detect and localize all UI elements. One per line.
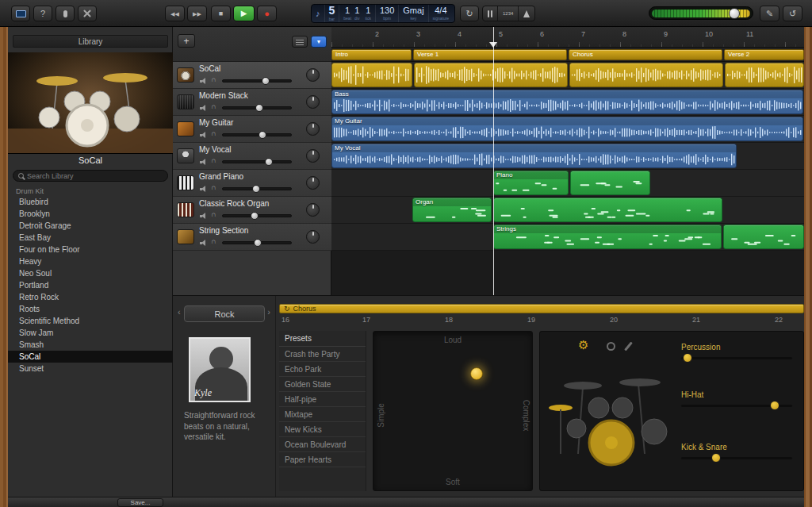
pan-knob[interactable] (306, 203, 320, 217)
region-piano[interactable] (570, 171, 650, 195)
help-button[interactable]: ? (33, 6, 52, 21)
solo-icon[interactable]: ∩ (211, 183, 216, 191)
solo-icon[interactable]: ∩ (211, 75, 216, 83)
shaker-icon[interactable] (624, 342, 633, 351)
volume-knob[interactable] (729, 8, 740, 19)
volume-slider[interactable] (222, 187, 292, 190)
mic-button[interactable] (56, 6, 75, 21)
save-button[interactable]: Save... (117, 498, 163, 507)
track-header-row[interactable]: SoCal ∩ (173, 62, 331, 89)
track-header-row[interactable]: My Guitar ∩ (173, 116, 331, 143)
display-button[interactable] (11, 6, 30, 21)
track-header-row[interactable]: String Section ∩ (173, 224, 331, 251)
library-item[interactable]: Four on the Floor (8, 244, 173, 255)
xy-puck[interactable] (470, 367, 483, 380)
arrangement-track[interactable]: Intro Verse 1 Chorus Verse 2 (331, 48, 804, 62)
preset-item[interactable]: Golden State (279, 377, 366, 392)
library-item[interactable]: East Bay (8, 232, 173, 244)
track-header-row[interactable]: Grand Piano ∩ (173, 170, 331, 197)
arrangement-marker[interactable]: Intro (331, 49, 412, 60)
genre-selector[interactable]: Rock (184, 305, 265, 322)
track-lane[interactable] (331, 62, 804, 89)
arrangement-marker[interactable]: Chorus (569, 49, 722, 60)
mute-icon[interactable] (200, 78, 207, 84)
tools-button[interactable] (78, 6, 97, 21)
region-organ[interactable] (493, 198, 722, 222)
editor-ruler[interactable]: ↻ Chorus 16 17 18 19 20 21 22 (279, 302, 804, 325)
view-toggle-button[interactable] (292, 36, 308, 48)
mute-icon[interactable] (200, 159, 207, 165)
solo-icon[interactable]: ∩ (211, 102, 216, 110)
count-in-button[interactable]: 1234 (498, 6, 519, 21)
pan-knob[interactable] (306, 149, 320, 163)
stop-button[interactable]: ■ (211, 6, 231, 21)
track-header-row[interactable]: Classic Rock Organ ∩ (173, 197, 331, 224)
solo-icon[interactable]: ∩ (211, 129, 216, 137)
tuner-button[interactable] (483, 6, 498, 21)
track-lane[interactable]: My Vocal (331, 143, 804, 170)
timeline-ruler[interactable]: 2 3 4 5 6 7 8 9 10 11 (331, 27, 804, 48)
library-item[interactable]: Slow Jam (8, 327, 173, 339)
volume-slider[interactable] (222, 106, 292, 109)
volume-slider[interactable] (222, 79, 292, 83)
track-header-row[interactable]: Modern Stack ∩ (173, 89, 331, 116)
library-item[interactable]: Retro Rock (8, 291, 173, 303)
hihat-slider[interactable] (681, 405, 792, 407)
record-button[interactable]: ● (257, 6, 277, 21)
play-button[interactable]: ▶ (233, 6, 255, 21)
region-strings[interactable] (723, 225, 804, 249)
library-item-selected[interactable]: SoCal (8, 351, 173, 363)
library-item[interactable]: Brooklyn (8, 208, 173, 220)
region-drums[interactable] (569, 63, 723, 87)
playhead[interactable] (493, 27, 494, 295)
notepad-button[interactable]: ✎ (760, 6, 779, 21)
region-drums[interactable] (331, 63, 412, 87)
preset-item[interactable]: Paper Hearts (279, 452, 366, 467)
region-vocal[interactable]: My Vocal (331, 144, 737, 168)
preset-item[interactable]: Mixtape (279, 407, 366, 422)
region-guitar[interactable]: My Guitar (331, 117, 803, 141)
region-drums[interactable] (414, 63, 568, 87)
lcd-mode-selector[interactable]: ♪ (312, 5, 325, 22)
library-item[interactable]: Sunset (8, 363, 173, 374)
preset-item[interactable]: Echo Park (279, 362, 366, 377)
cycle-button[interactable]: ↻ (460, 6, 479, 21)
solo-icon[interactable]: ∩ (211, 156, 216, 164)
track-lane[interactable]: My Guitar (331, 116, 804, 143)
drum-kit-diagram[interactable] (543, 359, 680, 486)
pan-knob[interactable] (306, 230, 320, 244)
metronome-button[interactable] (519, 6, 534, 21)
pan-knob[interactable] (306, 95, 320, 109)
volume-slider[interactable] (222, 241, 292, 244)
pan-knob[interactable] (306, 122, 320, 136)
preset-item[interactable]: Ocean Boulevard (279, 437, 366, 452)
region-strings[interactable]: Strings (493, 225, 722, 249)
genre-next-icon[interactable]: › (267, 307, 270, 317)
tambourine-icon[interactable] (607, 342, 615, 351)
region-piano[interactable]: Piano (493, 171, 569, 195)
library-group-header[interactable]: Drum Kit (8, 186, 173, 196)
library-item[interactable]: Detroit Garage (8, 220, 173, 232)
library-search[interactable] (13, 170, 168, 182)
library-item[interactable]: Smash (8, 339, 173, 351)
preset-item[interactable]: Half-pipe (279, 392, 366, 407)
filter-toggle-button[interactable]: ▼ (311, 36, 327, 48)
mute-icon[interactable] (200, 132, 207, 138)
mute-icon[interactable] (200, 213, 207, 219)
xy-pad[interactable]: Loud Soft Simple Complex (373, 331, 533, 491)
gear-icon[interactable]: ⚙ (578, 338, 588, 352)
search-input[interactable] (27, 172, 163, 180)
library-item[interactable]: Neo Soul (8, 267, 173, 279)
volume-slider[interactable] (222, 214, 292, 217)
library-item[interactable]: Heavy (8, 255, 173, 267)
volume-slider[interactable] (222, 160, 292, 163)
lcd-display[interactable]: ♪ 5bar 1beat 1div 1tick 130bpm Gmajkey 4… (311, 4, 455, 23)
percussion-slider[interactable] (681, 357, 792, 359)
library-item[interactable]: Scientific Method (8, 315, 173, 327)
mute-icon[interactable] (200, 105, 207, 111)
arrangement-marker[interactable]: Verse 1 (413, 49, 567, 60)
track-lane[interactable]: Piano (331, 170, 804, 197)
region-bass[interactable]: Bass (331, 90, 803, 114)
preset-item[interactable]: Crash the Party (279, 347, 366, 362)
solo-icon[interactable]: ∩ (211, 210, 216, 218)
